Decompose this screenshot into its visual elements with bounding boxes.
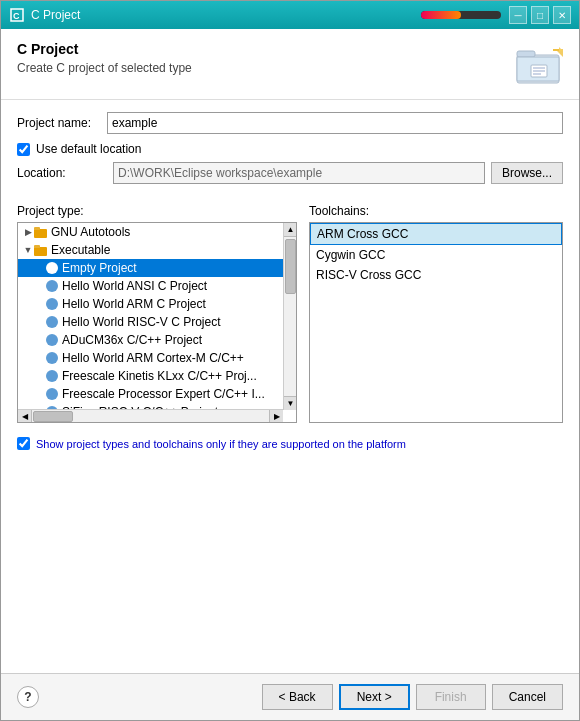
location-label: Location: <box>17 166 107 180</box>
vertical-scrollbar[interactable]: ▲ ▼ <box>283 223 296 410</box>
main-window: C C Project ─ □ ✕ C Project Create C pro… <box>0 0 580 721</box>
project-name-label: Project name: <box>17 116 107 130</box>
toolchain-risc-v-cross-gcc[interactable]: RISC-V Cross GCC <box>310 265 562 285</box>
tree-item-gnu-autotools[interactable]: ▶ GNU Autotools <box>18 223 296 241</box>
use-default-location-checkbox[interactable] <box>17 143 30 156</box>
tree-item-freescale-kinetis[interactable]: Freescale Kinetis KLxx C/C++ Proj... <box>18 367 296 385</box>
bullet-icon <box>46 280 58 292</box>
expand-spacer <box>34 262 46 274</box>
platform-filter-label: Show project types and toolchains only i… <box>36 438 406 450</box>
help-button[interactable]: ? <box>17 686 39 708</box>
tree-item-aducm36x[interactable]: ADuCM36x C/C++ Project <box>18 331 296 349</box>
project-name-input[interactable] <box>107 112 563 134</box>
toolchain-label-arm: ARM Cross GCC <box>317 227 408 241</box>
scroll-thumb[interactable] <box>285 239 296 294</box>
window-title: C Project <box>31 8 421 22</box>
tree-item-hello-world-arm-cortex[interactable]: Hello World ARM Cortex-M C/C++ <box>18 349 296 367</box>
item-label: Hello World ARM Cortex-M C/C++ <box>62 351 244 365</box>
bullet-icon <box>46 352 58 364</box>
window-controls[interactable]: ─ □ ✕ <box>509 6 571 24</box>
item-label: Hello World RISC-V C Project <box>62 315 220 329</box>
minimize-button[interactable]: ─ <box>509 6 527 24</box>
dialog-subtitle: Create C project of selected type <box>17 61 507 75</box>
bullet-icon <box>46 298 58 310</box>
finish-button[interactable]: Finish <box>416 684 486 710</box>
title-bar: C C Project ─ □ ✕ <box>1 1 579 29</box>
project-name-row: Project name: <box>17 112 563 134</box>
platform-filter-row: Show project types and toolchains only i… <box>1 431 579 454</box>
default-location-row: Use default location <box>17 142 563 156</box>
bullet-icon <box>46 370 58 382</box>
toolchain-container: Toolchains: ARM Cross GCC Cygwin GCC RIS… <box>309 204 563 423</box>
scroll-left-arrow[interactable]: ◀ <box>18 410 32 423</box>
dialog-title: C Project <box>17 41 507 57</box>
expand-spacer <box>34 352 46 364</box>
project-type-container: Project type: ▶ GNU Autotools <box>17 204 297 423</box>
expand-spacer <box>34 334 46 346</box>
expand-spacer <box>34 370 46 382</box>
project-form: Project name: Use default location Locat… <box>1 100 579 196</box>
item-label: Hello World ARM C Project <box>62 297 206 311</box>
bullet-icon <box>46 316 58 328</box>
tree-item-hello-world-risc-v[interactable]: Hello World RISC-V C Project <box>18 313 296 331</box>
svg-text:C: C <box>13 11 20 21</box>
toolchain-label-risc-v: RISC-V Cross GCC <box>316 268 421 282</box>
horizontal-scrollbar[interactable]: ◀ ▶ <box>18 409 283 422</box>
maximize-button[interactable]: □ <box>531 6 549 24</box>
toolchain-arm-cross-gcc[interactable]: ARM Cross GCC <box>310 223 562 245</box>
toolchain-cygwin-gcc[interactable]: Cygwin GCC <box>310 245 562 265</box>
browse-button[interactable]: Browse... <box>491 162 563 184</box>
svg-rect-5 <box>553 49 559 51</box>
svg-rect-12 <box>34 229 47 238</box>
svg-rect-13 <box>34 227 40 230</box>
toolchain-label-cygwin: Cygwin GCC <box>316 248 385 262</box>
project-type-list-wrapper: ▶ GNU Autotools ▼ <box>17 222 297 423</box>
next-button[interactable]: Next > <box>339 684 410 710</box>
item-label: Empty Project <box>62 261 137 275</box>
tree-item-empty-project[interactable]: Empty Project <box>18 259 296 277</box>
tree-item-executable[interactable]: ▼ Executable <box>18 241 296 259</box>
bullet-icon <box>46 262 58 274</box>
tree-item-hello-world-arm[interactable]: Hello World ARM C Project <box>18 295 296 313</box>
use-default-location-label: Use default location <box>36 142 141 156</box>
item-label: ADuCM36x C/C++ Project <box>62 333 202 347</box>
header-text: C Project Create C project of selected t… <box>17 41 507 75</box>
close-button[interactable]: ✕ <box>553 6 571 24</box>
project-type-list-inner[interactable]: ▶ GNU Autotools ▼ <box>18 223 296 422</box>
item-label: GNU Autotools <box>51 225 130 239</box>
folder-icon <box>34 243 48 257</box>
svg-rect-3 <box>517 51 535 57</box>
tree-item-hello-world-ansi[interactable]: Hello World ANSI C Project <box>18 277 296 295</box>
platform-filter-checkbox[interactable] <box>17 437 30 450</box>
item-label: Hello World ANSI C Project <box>62 279 207 293</box>
location-row: Location: Browse... <box>17 162 563 184</box>
progress-bar <box>421 11 501 19</box>
expand-spacer <box>34 280 46 292</box>
project-type-label: Project type: <box>17 204 297 218</box>
tree-item-freescale-processor[interactable]: Freescale Processor Expert C/C++ I... <box>18 385 296 403</box>
scroll-up-arrow[interactable]: ▲ <box>284 223 297 237</box>
expand-spacer <box>34 316 46 328</box>
item-label: Freescale Processor Expert C/C++ I... <box>62 387 265 401</box>
dialog-icon <box>515 41 563 89</box>
window-icon: C <box>9 7 25 23</box>
svg-rect-14 <box>34 247 47 256</box>
location-input[interactable] <box>113 162 485 184</box>
toolchain-list-box[interactable]: ARM Cross GCC Cygwin GCC RISC-V Cross GC… <box>309 222 563 423</box>
dialog-footer: ? < Back Next > Finish Cancel <box>1 673 579 720</box>
expand-spacer <box>34 298 46 310</box>
bullet-icon <box>46 334 58 346</box>
spacer <box>1 454 579 673</box>
svg-rect-15 <box>34 245 40 248</box>
expand-icon: ▼ <box>22 244 34 256</box>
scroll-right-arrow[interactable]: ▶ <box>269 410 283 423</box>
dialog-header: C Project Create C project of selected t… <box>1 29 579 100</box>
item-label: Freescale Kinetis KLxx C/C++ Proj... <box>62 369 257 383</box>
back-button[interactable]: < Back <box>262 684 333 710</box>
progress-fill <box>421 11 461 19</box>
bullet-icon <box>46 388 58 400</box>
scroll-down-arrow[interactable]: ▼ <box>284 396 297 410</box>
cancel-button[interactable]: Cancel <box>492 684 563 710</box>
folder-icon <box>34 225 48 239</box>
horiz-scroll-thumb[interactable] <box>33 411 73 422</box>
